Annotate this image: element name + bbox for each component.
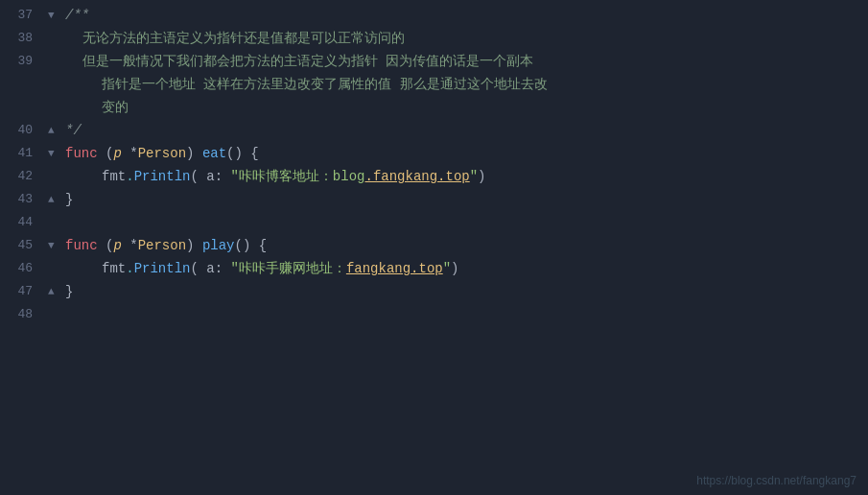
line-39-content-3: 变的: [63, 96, 548, 119]
code-line-46: 46 fmt.Println( a: "咔咔手赚网地址：fangkang.top…: [0, 257, 868, 280]
code-line-40: 40 ▲ */: [0, 119, 868, 142]
code-line-43: 43 ▲ }: [0, 188, 868, 211]
line-47-content: }: [63, 280, 868, 303]
line-num-43: 43: [0, 188, 48, 211]
line-num-44: 44: [0, 211, 48, 234]
code-line-39: 39 但是一般情况下我们都会把方法的主语定义为指针 因为传值的话是一个副本 指针…: [0, 50, 868, 119]
line-38-content: 无论方法的主语定义为指针还是值都是可以正常访问的: [63, 27, 868, 50]
watermark: https://blog.csdn.net/fangkang7: [696, 474, 856, 487]
line-39-content-2: 指针是一个地址 这样在方法里边改变了属性的值 那么是通过这个地址去改: [63, 73, 548, 96]
line-num-47: 47: [0, 280, 48, 303]
code-line-44: 44: [0, 211, 868, 234]
line-41-content: func (p *Person) eat() {: [63, 142, 868, 165]
code-line-41: 41 ▼ func (p *Person) eat() {: [0, 142, 868, 165]
line-num-46: 46: [0, 257, 48, 280]
line-num-38: 38: [0, 27, 48, 50]
line-43-content: }: [63, 188, 868, 211]
code-line-48: 48: [0, 303, 868, 326]
line-39-content-1: 但是一般情况下我们都会把方法的主语定义为指针 因为传值的话是一个副本: [63, 50, 548, 73]
fold-icon-38: [48, 27, 63, 50]
code-line-42: 42 fmt.Println( a: "咔咔博客地址：blog.fangkang…: [0, 165, 868, 188]
code-line-45: 45 ▼ func (p *Person) play() {: [0, 234, 868, 257]
line-48-content: [63, 303, 868, 326]
fold-icon-46: [48, 257, 63, 280]
fold-icon-41[interactable]: ▼: [48, 142, 63, 165]
fold-icon-40[interactable]: ▲: [48, 119, 63, 142]
line-num-39: 39: [0, 50, 48, 73]
line-45-content: func (p *Person) play() {: [63, 234, 868, 257]
fold-icon-39: [48, 50, 63, 73]
fold-icon-48: [48, 303, 63, 326]
code-line-47: 47 ▲ }: [0, 280, 868, 303]
fold-icon-43[interactable]: ▲: [48, 188, 63, 211]
code-line-38: 38 无论方法的主语定义为指针还是值都是可以正常访问的: [0, 27, 868, 50]
line-num-41: 41: [0, 142, 48, 165]
line-num-40: 40: [0, 119, 48, 142]
fold-icon-45[interactable]: ▼: [48, 234, 63, 257]
fold-icon-44: [48, 211, 63, 234]
line-num-37: 37: [0, 4, 48, 27]
fold-icon-47[interactable]: ▲: [48, 280, 63, 303]
line-46-content: fmt.Println( a: "咔咔手赚网地址：fangkang.top"): [63, 257, 868, 280]
line-42-content: fmt.Println( a: "咔咔博客地址：blog.fangkang.to…: [63, 165, 868, 188]
line-44-content: [63, 211, 868, 234]
line-37-content: /**: [63, 4, 868, 27]
fold-icon-37[interactable]: ▼: [48, 4, 63, 27]
code-editor: 37 ▼ /** 38 无论方法的主语定义为指针还是值都是可以正常访问的 39 …: [0, 0, 868, 330]
line-num-45: 45: [0, 234, 48, 257]
code-line-37: 37 ▼ /**: [0, 4, 868, 27]
fold-icon-42: [48, 165, 63, 188]
line-num-48: 48: [0, 303, 48, 326]
line-40-content: */: [63, 119, 868, 142]
line-num-42: 42: [0, 165, 48, 188]
